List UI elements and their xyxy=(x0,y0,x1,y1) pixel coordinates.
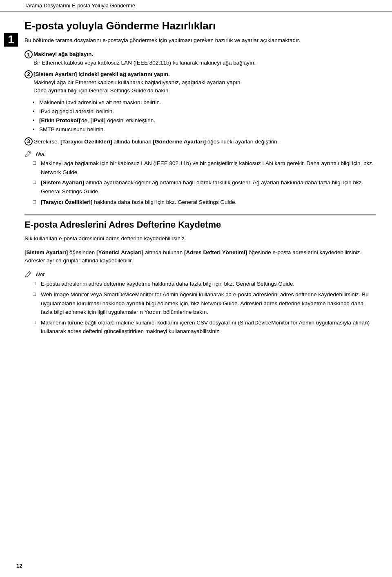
step3-number: 3 xyxy=(24,137,33,145)
step2-body1: Makineyi ağa bir Ethernet kablosu kullan… xyxy=(33,79,242,85)
header-text: Tarama Dosyalarını E-posta Yoluyla Gönde… xyxy=(24,2,135,9)
note1-icon xyxy=(24,150,32,157)
step2-number: 2 xyxy=(24,70,33,78)
section1-intro: Bu bölümde tarama dosyalarını e-postayla… xyxy=(24,36,376,45)
note1-item-2: [Sistem Ayarları] altında ayarlanacak öğ… xyxy=(33,178,376,196)
note1-block: Not Makineyi ağa bağlamak için bir kablo… xyxy=(24,150,376,206)
bullet-1: Makinenin Ipv4 adresini ve alt net maskı… xyxy=(33,98,376,107)
step1-heading: Makineyi ağa bağlayın. xyxy=(33,51,93,57)
step2-bullets: Makinenin Ipv4 adresini ve alt net maskı… xyxy=(33,98,376,134)
section-divider xyxy=(24,215,376,215)
step2-heading: [Sistem Ayarları] içindeki gerekli ağ ay… xyxy=(33,71,170,77)
bullet-2: IPv4 ağ geçidi adresini belirtin. xyxy=(33,107,376,116)
note1-title: Not xyxy=(24,150,376,157)
step1-body: Bir Ethernet kablosu veya kablosuz LAN (… xyxy=(33,60,256,66)
note2-item-3: Makinenin türüne bağlı olarak, makine ku… xyxy=(33,318,376,336)
step-1: 1 Makineyi ağa bağlayın. Bir Ethernet ka… xyxy=(24,50,376,67)
note1-label: Not xyxy=(36,151,45,157)
section1-title: E-posta yoluyla Gönderme Hazırlıkları xyxy=(24,20,376,32)
step-2: 2 [Sistem Ayarları] içindeki gerekli ağ … xyxy=(24,70,376,95)
section2-body: [Sistem Ayarları] öğesinden [Yönetici Ar… xyxy=(24,248,376,265)
note2-icon xyxy=(24,271,32,278)
main-content: E-posta yoluyla Gönderme Hazırlıkları Bu… xyxy=(0,11,392,352)
note1-list: Makineyi ağa bağlamak için bir kablosuz … xyxy=(33,159,376,206)
side-number: 1 xyxy=(4,33,18,47)
bullet-4: SMTP sunucusunu belirtin. xyxy=(33,125,376,134)
header-bar: Tarama Dosyalarını E-posta Yoluyla Gönde… xyxy=(0,0,392,11)
note2-item-2: Web Image Monitor veya SmartDeviceMonito… xyxy=(33,290,376,317)
note1-item-1: Makineyi ağa bağlamak için bir kablosuz … xyxy=(33,159,376,177)
note2-block: Not E-posta adreslerini adres defterine … xyxy=(24,271,376,336)
note2-item-1: E-posta adreslerini adres defterine kayd… xyxy=(33,280,376,288)
step1-number: 1 xyxy=(24,50,33,58)
step2-body2: Daha ayrıntılı bilgi için General Settin… xyxy=(33,87,170,94)
page-container: Tarama Dosyalarını E-posta Yoluyla Gönde… xyxy=(0,0,392,577)
section2-title: E-posta Adreslerini Adres Defterine Kayd… xyxy=(24,219,376,230)
note2-list: E-posta adreslerini adres defterine kayd… xyxy=(33,280,376,336)
page-number: 12 xyxy=(16,563,22,569)
section2-intro: Sık kullanılan e-posta adreslerini adres… xyxy=(24,235,376,243)
bullet-3: [Etkin Protokol]'de, [IPv4] öğesini etki… xyxy=(33,116,376,125)
step-3: 3 Gerekirse, [Tarayıcı Özellikleri] altı… xyxy=(24,137,376,146)
note2-title: Not xyxy=(24,271,376,278)
note1-item-3: [Tarayıcı Özellikleri] hakkında daha faz… xyxy=(33,198,376,207)
note2-label: Not xyxy=(36,271,45,277)
